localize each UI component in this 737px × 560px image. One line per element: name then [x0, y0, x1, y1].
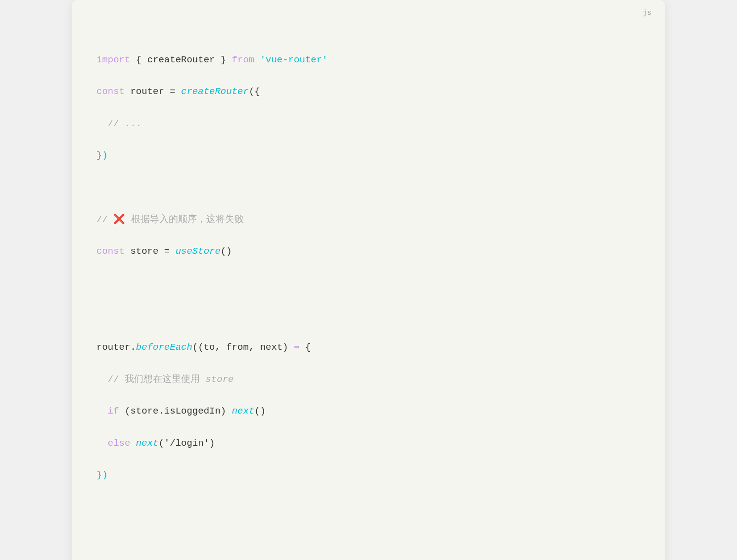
code-line — [96, 531, 641, 547]
code-line — [96, 276, 641, 291]
code-line: }) — [96, 467, 641, 483]
code-line: const router = createRouter({ — [96, 84, 641, 99]
lang-label: js — [643, 9, 651, 17]
code-line: else next('/login') — [96, 435, 641, 451]
code-line: router.beforeEach((to, from, next) ⇒ { — [96, 339, 641, 355]
code-container: js import { createRouter } from 'vue-rou… — [72, 0, 665, 560]
code-line: // ❌ 根据导入的顺序，这将失败 — [96, 212, 641, 228]
code-line: // ... — [96, 116, 641, 132]
code-line: }) — [96, 147, 641, 163]
code-line: if (store.isLoggedIn) next() — [96, 403, 641, 419]
code-line — [96, 307, 641, 323]
code-line: import { createRouter } from 'vue-router… — [96, 52, 641, 68]
code-line — [96, 180, 641, 195]
code-line — [96, 499, 641, 515]
code-line: // 我们想在这里使用 store — [96, 372, 641, 387]
code-line: const store = useStore() — [96, 243, 641, 259]
code-block: import { createRouter } from 'vue-router… — [96, 20, 641, 560]
